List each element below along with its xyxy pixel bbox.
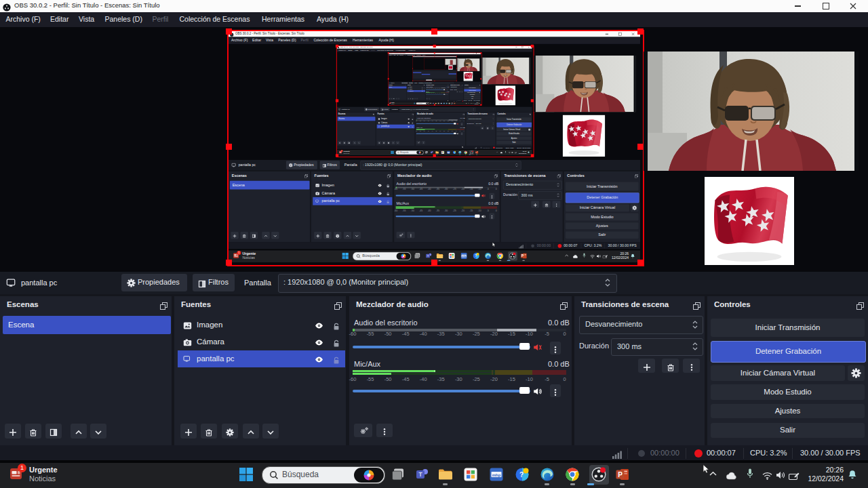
svg-text:T: T	[418, 471, 422, 478]
svg-text:P: P	[618, 471, 623, 479]
svg-text:?: ?	[519, 471, 524, 479]
svg-text:mhp: mhp	[492, 473, 501, 477]
